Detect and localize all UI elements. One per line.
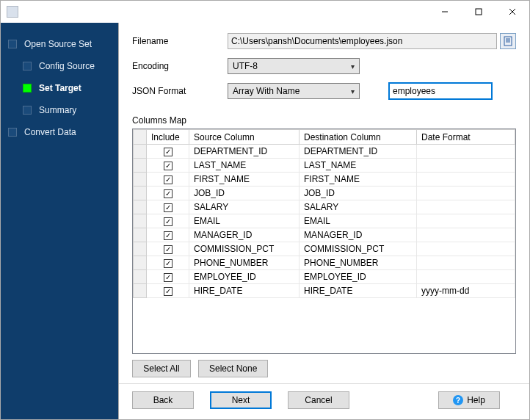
include-cell[interactable]: ✓ xyxy=(147,200,189,214)
col-include[interactable]: Include xyxy=(147,130,189,145)
include-cell[interactable]: ✓ xyxy=(147,173,189,187)
source-cell[interactable]: MANAGER_ID xyxy=(189,228,300,242)
nav-item-summary[interactable]: Summary xyxy=(1,99,118,121)
include-checkbox[interactable]: ✓ xyxy=(164,148,173,156)
include-checkbox[interactable]: ✓ xyxy=(164,245,173,254)
json-format-select[interactable]: Array With Name ▾ xyxy=(228,83,360,99)
row-header[interactable] xyxy=(134,242,147,256)
col-dest[interactable]: Destination Column xyxy=(300,130,417,145)
source-cell[interactable]: LAST_NAME xyxy=(189,159,300,173)
minimize-button[interactable] xyxy=(428,1,462,23)
date-cell[interactable] xyxy=(417,173,515,187)
include-checkbox[interactable]: ✓ xyxy=(164,189,173,198)
back-button[interactable]: Back xyxy=(132,391,194,409)
include-checkbox[interactable]: ✓ xyxy=(164,273,173,282)
table-row[interactable]: ✓PHONE_NUMBERPHONE_NUMBER xyxy=(134,256,515,270)
row-header[interactable] xyxy=(134,159,147,173)
encoding-select[interactable]: UTF-8 ▾ xyxy=(228,58,360,74)
row-header[interactable] xyxy=(134,284,147,298)
table-row[interactable]: ✓JOB_IDJOB_ID xyxy=(134,187,515,200)
table-row[interactable]: ✓HIRE_DATEHIRE_DATEyyyy-mm-dd xyxy=(134,284,515,298)
include-cell[interactable]: ✓ xyxy=(147,228,189,242)
source-cell[interactable]: FIRST_NAME xyxy=(189,173,300,187)
select-all-button[interactable]: Select All xyxy=(132,360,191,377)
date-cell[interactable]: yyyy-mm-dd xyxy=(417,284,515,298)
include-checkbox[interactable]: ✓ xyxy=(164,162,173,170)
source-cell[interactable]: JOB_ID xyxy=(189,187,300,200)
col-source[interactable]: Source Column xyxy=(189,130,300,145)
row-header[interactable] xyxy=(134,187,147,200)
table-row[interactable]: ✓LAST_NAMELAST_NAME xyxy=(134,159,515,173)
dest-cell[interactable]: JOB_ID xyxy=(300,187,417,200)
close-button[interactable] xyxy=(495,1,529,23)
dest-cell[interactable]: EMAIL xyxy=(300,214,417,228)
source-cell[interactable]: HIRE_DATE xyxy=(189,284,300,298)
include-cell[interactable]: ✓ xyxy=(147,270,189,284)
include-cell[interactable]: ✓ xyxy=(147,256,189,270)
dest-cell[interactable]: FIRST_NAME xyxy=(300,173,417,187)
row-header[interactable] xyxy=(134,228,147,242)
row-header[interactable] xyxy=(134,145,147,159)
dest-cell[interactable]: SALARY xyxy=(300,200,417,214)
source-cell[interactable]: PHONE_NUMBER xyxy=(189,256,300,270)
date-cell[interactable] xyxy=(417,228,515,242)
include-cell[interactable]: ✓ xyxy=(147,145,189,159)
table-row[interactable]: ✓FIRST_NAMEFIRST_NAME xyxy=(134,173,515,187)
table-row[interactable]: ✓DEPARTMENT_IDDEPARTMENT_ID xyxy=(134,145,515,159)
source-cell[interactable]: DEPARTMENT_ID xyxy=(189,145,300,159)
help-button[interactable]: ? Help xyxy=(438,391,500,409)
dest-cell[interactable]: PHONE_NUMBER xyxy=(300,256,417,270)
dest-cell[interactable]: MANAGER_ID xyxy=(300,228,417,242)
row-header[interactable] xyxy=(134,200,147,214)
table-row[interactable]: ✓COMMISSION_PCTCOMMISSION_PCT xyxy=(134,242,515,256)
next-button[interactable]: Next xyxy=(210,391,272,409)
include-checkbox[interactable]: ✓ xyxy=(164,287,173,296)
include-checkbox[interactable]: ✓ xyxy=(164,175,173,184)
table-row[interactable]: ✓EMAILEMAIL xyxy=(134,214,515,228)
dest-cell[interactable]: COMMISSION_PCT xyxy=(300,242,417,256)
include-cell[interactable]: ✓ xyxy=(147,214,189,228)
date-cell[interactable] xyxy=(417,270,515,284)
date-cell[interactable] xyxy=(417,242,515,256)
row-header[interactable] xyxy=(134,173,147,187)
date-cell[interactable] xyxy=(417,187,515,200)
table-row[interactable]: ✓SALARYSALARY xyxy=(134,200,515,214)
nav-item-config-source[interactable]: Config Source xyxy=(1,55,118,77)
table-row[interactable]: ✓EMPLOYEE_IDEMPLOYEE_ID xyxy=(134,270,515,284)
dest-cell[interactable]: HIRE_DATE xyxy=(300,284,417,298)
source-cell[interactable]: EMAIL xyxy=(189,214,300,228)
include-cell[interactable]: ✓ xyxy=(147,159,189,173)
row-header[interactable] xyxy=(134,270,147,284)
row-header[interactable] xyxy=(134,214,147,228)
date-cell[interactable] xyxy=(417,159,515,173)
include-cell[interactable]: ✓ xyxy=(147,187,189,200)
include-cell[interactable]: ✓ xyxy=(147,242,189,256)
array-name-input[interactable] xyxy=(389,83,492,99)
date-cell[interactable] xyxy=(417,256,515,270)
include-checkbox[interactable]: ✓ xyxy=(164,231,173,240)
nav-item-open-source-set[interactable]: Open Source Set xyxy=(1,33,118,55)
row-header[interactable] xyxy=(134,256,147,270)
source-cell[interactable]: SALARY xyxy=(189,200,300,214)
include-checkbox[interactable]: ✓ xyxy=(164,259,173,268)
source-cell[interactable]: COMMISSION_PCT xyxy=(189,242,300,256)
nav-item-convert-data[interactable]: Convert Data xyxy=(1,121,118,143)
columns-table[interactable]: Include Source Column Destination Column… xyxy=(133,129,515,298)
date-cell[interactable] xyxy=(417,214,515,228)
nav-item-set-target[interactable]: Set Target xyxy=(1,77,118,99)
col-date[interactable]: Date Format xyxy=(417,130,515,145)
include-cell[interactable]: ✓ xyxy=(147,284,189,298)
dest-cell[interactable]: EMPLOYEE_ID xyxy=(300,270,417,284)
cancel-button[interactable]: Cancel xyxy=(288,391,349,409)
dest-cell[interactable]: DEPARTMENT_ID xyxy=(300,145,417,159)
browse-button[interactable] xyxy=(500,33,516,49)
include-checkbox[interactable]: ✓ xyxy=(164,203,173,212)
date-cell[interactable] xyxy=(417,200,515,214)
date-cell[interactable] xyxy=(417,145,515,159)
filename-input[interactable] xyxy=(228,33,497,49)
source-cell[interactable]: EMPLOYEE_ID xyxy=(189,270,300,284)
table-row[interactable]: ✓MANAGER_IDMANAGER_ID xyxy=(134,228,515,242)
maximize-button[interactable] xyxy=(462,1,495,23)
dest-cell[interactable]: LAST_NAME xyxy=(300,159,417,173)
include-checkbox[interactable]: ✓ xyxy=(164,217,173,226)
